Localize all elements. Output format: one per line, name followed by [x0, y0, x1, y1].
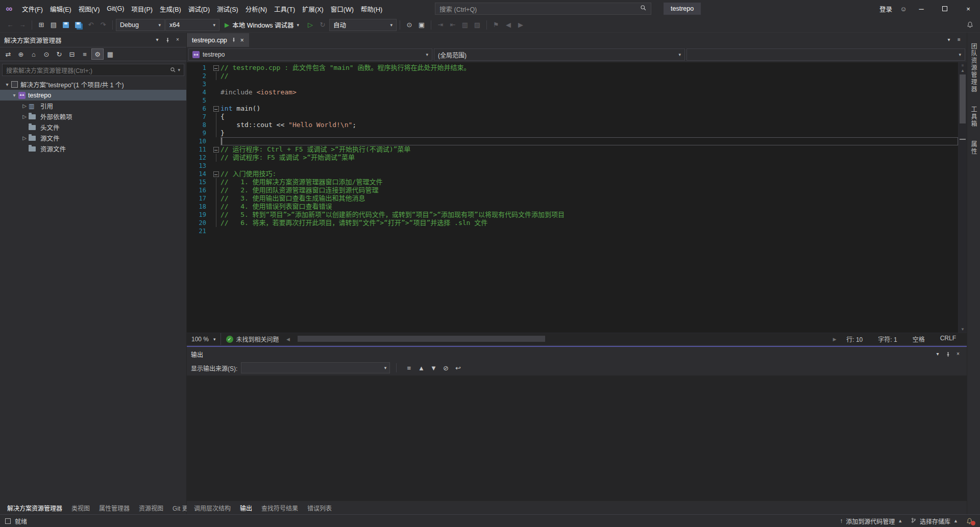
tree-item-0[interactable]: ▷▥引用 [0, 101, 186, 111]
bottom-tab-2[interactable]: 查找符号结果 [257, 501, 302, 514]
background-tasks-icon[interactable] [5, 518, 11, 524]
code-line-13[interactable]: 13 [187, 162, 958, 170]
code-line-20[interactable]: 20// 6. 将来，若要再次打开此项目，请转到“文件”>“打开”>“项目”并选… [187, 219, 958, 227]
menu-item-1[interactable]: 编辑(E) [46, 0, 75, 17]
bottom-tab-3[interactable]: 错误列表 [303, 501, 336, 514]
uncomment-selection-icon[interactable]: ▨ [471, 19, 483, 31]
scroll-up-icon[interactable]: ▲ [959, 68, 967, 73]
menu-item-11[interactable]: 窗口(W) [327, 0, 357, 17]
refresh-icon[interactable]: ↻ [53, 48, 65, 60]
code-line-17[interactable]: 17// 3. 使用输出窗口查看生成输出和其他消息 [187, 194, 958, 203]
pin-icon[interactable] [163, 34, 172, 45]
code-line-1[interactable]: 1–// testrepo.cpp : 此文件包含 "main" 函数。程序执行… [187, 64, 958, 72]
expander-icon[interactable]: ▾ [3, 82, 11, 87]
line-indent-icon[interactable]: ⇥ [434, 19, 447, 31]
platform-dropdown[interactable]: x64▾ [165, 19, 219, 31]
filter-icon[interactable]: ⊙ [40, 48, 53, 60]
tree-item-4[interactable]: 资源文件 [0, 143, 186, 154]
panel-tab-0[interactable]: 解决方案资源管理器 [3, 501, 66, 514]
menu-item-5[interactable]: 生成(B) [156, 0, 185, 17]
scroll-down-icon[interactable]: ▼ [959, 327, 967, 332]
scroll-left-icon[interactable]: ◀ [284, 337, 292, 342]
document-health-indicator[interactable]: ✓ 未找到相关问题 [221, 335, 284, 343]
window-menu-icon[interactable]: ▾ [153, 34, 162, 45]
previous-message-icon[interactable]: ▲ [415, 362, 427, 373]
autohide-tab-0[interactable]: 团队资源管理器 [969, 43, 978, 93]
notifications-bell-icon[interactable] [966, 518, 975, 524]
undo-icon[interactable]: ↶ [85, 19, 97, 31]
autohide-tab-2[interactable]: 属性 [969, 141, 978, 155]
feedback-icon[interactable]: ☺ [897, 3, 910, 14]
column-indicator[interactable]: 字符: 1 [870, 335, 904, 343]
quick-search-input[interactable]: 搜索 (Ctrl+Q) [435, 3, 651, 15]
breakpoints-window-icon[interactable]: ⊙ [403, 19, 415, 31]
next-bookmark-icon[interactable]: ▶ [514, 19, 527, 31]
document-well-options-icon[interactable]: ≡ [954, 34, 964, 45]
menu-item-6[interactable]: 调试(D) [185, 0, 213, 17]
open-file-icon[interactable]: ▤ [47, 19, 60, 31]
menu-item-9[interactable]: 工具(T) [271, 0, 299, 17]
project-chip[interactable]: testrepo [664, 3, 701, 15]
code-view-icon[interactable]: ≡ [79, 48, 91, 60]
breadcrumb-member-dropdown[interactable]: ▾ [687, 48, 965, 61]
output-source-dropdown[interactable]: ▾ [241, 362, 390, 373]
minimize-button[interactable]: ─ [910, 0, 933, 17]
editor-horizontal-scrollbar[interactable]: ◀ ▶ [284, 333, 839, 345]
solution-search-input[interactable]: 搜索解决方案资源管理器(Ctrl+;) ▾ [2, 64, 184, 76]
code-line-4[interactable]: 4#include <iostream> [187, 88, 958, 96]
close-icon[interactable]: × [953, 348, 963, 360]
code-line-3[interactable]: 3 [187, 80, 958, 88]
expander-icon[interactable]: ▷ [20, 135, 29, 141]
find-message-icon[interactable]: ≡ [403, 362, 415, 373]
line-indicator[interactable]: 行: 10 [839, 335, 870, 343]
code-line-2[interactable]: 2// [187, 72, 958, 80]
collapse-all-icon[interactable]: ⊟ [66, 48, 78, 60]
search-icon[interactable] [640, 5, 647, 13]
clear-all-icon[interactable]: ⊘ [439, 362, 452, 373]
tree-item-3[interactable]: ▷源文件 [0, 133, 186, 143]
run-attach-icon[interactable]: ▷ [304, 19, 316, 31]
tree-item-1[interactable]: ▷外部依赖项 [0, 111, 186, 122]
scrollbar-thumb[interactable] [960, 74, 966, 123]
menu-item-4[interactable]: 项目(P) [128, 0, 156, 17]
settings-wrench-icon[interactable]: ⚙ [91, 48, 104, 60]
code-line-12[interactable]: 12// 调试程序: F5 或调试 >“开始调试”菜单 [187, 154, 958, 162]
editor-vertical-scrollbar[interactable]: ≡ ▲ ▼ [958, 62, 967, 333]
previous-bookmark-icon[interactable]: ◀ [502, 19, 514, 31]
pin-icon[interactable] [943, 348, 952, 360]
tree-item-2[interactable]: 头文件 [0, 122, 186, 133]
scroll-right-icon[interactable]: ▶ [830, 337, 839, 342]
spaces-indicator[interactable]: 空格 [905, 335, 933, 343]
breadcrumb-project-dropdown[interactable]: ++ testrepo ▾ [188, 48, 432, 61]
code-line-15[interactable]: 15// 1. 使用解决方案资源管理器窗口添加/管理文件 [187, 178, 958, 186]
code-line-7[interactable]: 7{ [187, 113, 958, 121]
code-line-19[interactable]: 19// 5. 转到“项目”>“添加新项”以创建新的代码文件，或转到“项目”>“… [187, 211, 958, 219]
save-icon[interactable] [60, 19, 72, 31]
code-line-16[interactable]: 16// 2. 使用团队资源管理器窗口连接到源代码管理 [187, 186, 958, 194]
back-icon[interactable]: ← [4, 19, 16, 31]
line-ending-indicator[interactable]: CRLF [933, 335, 964, 343]
save-all-icon[interactable] [72, 19, 84, 31]
document-tab-testrepo-cpp[interactable]: testrepo.cpp × [187, 33, 249, 47]
menu-item-10[interactable]: 扩展(X) [299, 0, 327, 17]
menu-item-7[interactable]: 测试(S) [213, 0, 242, 17]
code-line-11[interactable]: 11–// 运行程序: Ctrl + F5 或调试 >“开始执行(不调试)”菜单 [187, 145, 958, 154]
bottom-tab-0[interactable]: 调用层次结构 [190, 501, 235, 514]
close-icon[interactable]: × [173, 34, 182, 45]
fold-collapse-icon[interactable]: – [213, 65, 219, 71]
sync-active-document-icon[interactable]: ⇄ [2, 48, 14, 60]
next-message-icon[interactable]: ▼ [427, 362, 439, 373]
debug-target-dropdown[interactable]: 自动▾ [329, 19, 397, 31]
expander-icon[interactable]: ▾ [10, 92, 18, 98]
bottom-tab-1[interactable]: 输出 [236, 501, 256, 514]
start-window-icon[interactable]: ⊞ [35, 19, 47, 31]
code-line-14[interactable]: 14–// 入门使用技巧: [187, 170, 958, 178]
add-new-item-icon[interactable]: ⊕ [15, 48, 27, 60]
code-line-21[interactable]: 21 [187, 227, 958, 235]
expander-icon[interactable]: ▷ [20, 103, 29, 109]
close-button[interactable]: × [957, 0, 980, 17]
toolbar-notifications-icon[interactable] [964, 19, 976, 31]
menu-item-0[interactable]: 文件(F) [18, 0, 46, 17]
maximize-button[interactable] [933, 0, 957, 17]
fold-collapse-icon[interactable]: – [213, 147, 219, 153]
